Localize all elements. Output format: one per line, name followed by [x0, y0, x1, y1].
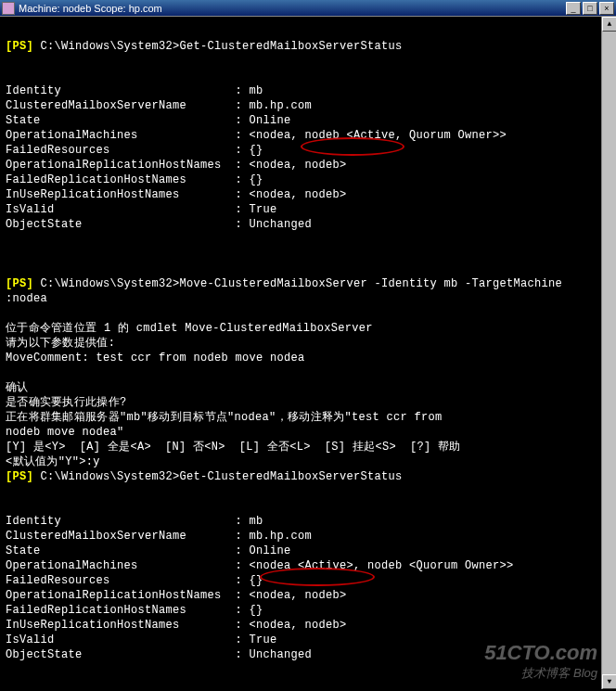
prompt-path: C:\Windows\System32> [41, 40, 180, 53]
ps-prefix: [PS] [6, 277, 41, 290]
move-comment-label: MoveComment: [6, 352, 96, 365]
watermark-brand: 51CTO.com [484, 641, 597, 665]
output-row: State : Online [6, 113, 610, 128]
answer-input: y [93, 455, 100, 468]
prompt-line-1: [PS] C:\Windows\System32>Get-ClusteredMa… [6, 39, 610, 54]
confirm-text-2: nodeb move nodea" [6, 425, 610, 440]
scope-label: Scope: [91, 3, 128, 14]
output-row: OperationalReplicationHostNames : <nodea… [6, 158, 610, 173]
pipeline-msg: 位于命令管道位置 1 的 cmdlet Move-ClusteredMailbo… [6, 321, 610, 336]
output-row: InUseReplicationHostNames : <nodea, node… [6, 618, 610, 633]
output-row: OperationalMachines : <nodea, nodeb <Act… [6, 128, 610, 143]
output-row: ClusteredMailboxServerName : mb.hp.com [6, 98, 610, 113]
window-buttons: _ □ × [566, 2, 614, 15]
output-row: State : Online [6, 544, 610, 558]
output-row: Identity : mb [6, 514, 610, 529]
watermark: 51CTO.com 技术博客 Blog [484, 641, 597, 682]
confirm-header: 确认 [6, 380, 610, 395]
output-row: OperationalMachines : <nodea <Active>, n… [6, 558, 610, 573]
default-label: <默认值为"Y">: [6, 455, 93, 468]
output-row: FailedReplicationHostNames : {} [6, 173, 610, 187]
watermark-sub: 技术博客 Blog [484, 665, 597, 682]
command-2: Move-ClusteredMailboxServer -Identity mb… [180, 277, 563, 290]
command-3: Get-ClusteredMailboxServerStatus [180, 470, 403, 483]
command-1: Get-ClusteredMailboxServerStatus [180, 40, 403, 53]
output-row: ObjectState : Unchanged [6, 217, 610, 232]
command-2-cont: :nodea [6, 291, 610, 306]
confirm-text-1: 正在将群集邮箱服务器"mb"移动到目标节点"nodea"，移动注释为"test … [6, 410, 610, 425]
ps-prefix: [PS] [6, 470, 41, 483]
output-row: IsValid : True [6, 202, 610, 217]
prompt-line-2: [PS] C:\Windows\System32>Move-ClusteredM… [6, 276, 610, 291]
machine-label: Machine: [19, 3, 63, 14]
output-row: FailedReplicationHostNames : {} [6, 603, 610, 618]
scope-value: hp.com [129, 3, 162, 14]
confirm-question: 是否确实要执行此操作? [6, 395, 610, 410]
confirm-answer-line: <默认值为"Y">:y [6, 454, 610, 469]
output-row: ClusteredMailboxServerName : mb.hp.com [6, 529, 610, 544]
terminal-output[interactable]: [PS] C:\Windows\System32>Get-ClusteredMa… [0, 17, 616, 689]
close-button[interactable]: × [599, 2, 614, 15]
output-row: OperationalReplicationHostNames : <nodea… [6, 588, 610, 603]
scroll-down-button[interactable]: ▼ [602, 674, 616, 689]
maximize-button[interactable]: □ [583, 2, 597, 15]
app-icon [2, 2, 15, 15]
move-comment-value: test ccr from nodeb move nodea [96, 352, 305, 365]
prompt-path: C:\Windows\System32> [41, 277, 180, 290]
prompt-line-3: [PS] C:\Windows\System32>Get-ClusteredMa… [6, 469, 610, 484]
output-row: FailedResources : {} [6, 143, 610, 158]
ps-prefix: [PS] [6, 40, 41, 53]
vertical-scrollbar[interactable]: ▲ ▼ [601, 17, 616, 689]
move-comment-line: MoveComment: test ccr from nodeb move no… [6, 351, 610, 365]
output-row: FailedResources : {} [6, 573, 610, 588]
window-title: Machine: nodeb Scope: hp.com [19, 3, 566, 14]
param-prompt: 请为以下参数提供值: [6, 336, 610, 351]
confirm-options: [Y] 是<Y> [A] 全是<A> [N] 否<N> [L] 全否<L> [S… [6, 440, 610, 454]
window-titlebar: Machine: nodeb Scope: hp.com _ □ × [0, 0, 616, 17]
scroll-up-button[interactable]: ▲ [602, 17, 616, 32]
prompt-path: C:\Windows\System32> [41, 470, 180, 483]
machine-value: nodeb [63, 3, 92, 14]
output-row: InUseReplicationHostNames : <nodea, node… [6, 187, 610, 202]
output-row: Identity : mb [6, 83, 610, 98]
minimize-button[interactable]: _ [566, 2, 581, 15]
